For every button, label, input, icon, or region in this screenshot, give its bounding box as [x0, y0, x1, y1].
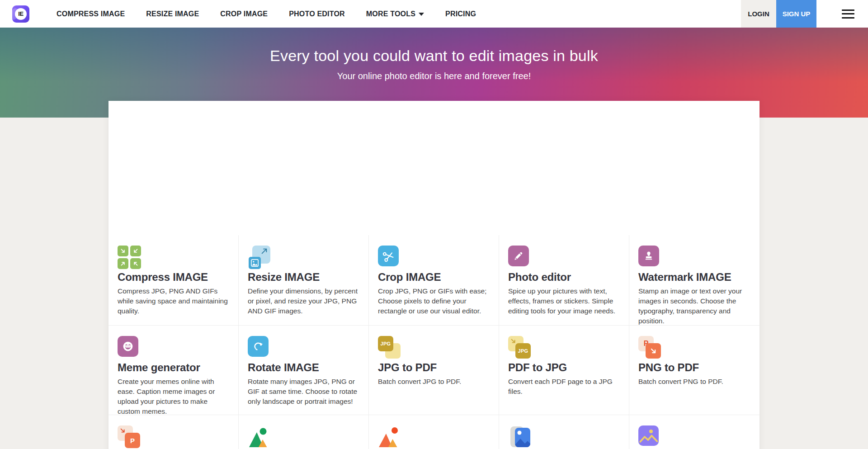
- jpg-to-pdf-icon: JPG: [378, 336, 401, 359]
- app-logo[interactable]: IE: [12, 5, 29, 23]
- nav-item-more-tools[interactable]: MORE TOOLS: [366, 10, 424, 18]
- tool-description: Rotate many images JPG, PNG or GIF at sa…: [248, 377, 359, 406]
- nav-item-crop-image[interactable]: CROP IMAGE: [220, 10, 268, 18]
- tool-description: Crop JPG, PNG or GIFs with ease; Choose …: [378, 286, 490, 316]
- tools-card: Compress IMAGE Compress JPG, PNG AND GIF…: [108, 101, 760, 449]
- resize-expand-icon: [248, 246, 271, 269]
- tool-title: Watermark IMAGE: [638, 271, 750, 284]
- tool-description: Create your memes online with ease. Capt…: [118, 377, 229, 416]
- nav-item-photo-editor[interactable]: PHOTO EDITOR: [289, 10, 345, 18]
- orange-mountains-image-icon: [378, 425, 401, 449]
- blue-photo-stack-icon: [508, 425, 532, 449]
- scissors-icon: [378, 246, 401, 269]
- tool-card-orange-mountains[interactable]: [369, 415, 499, 449]
- rotate-arrow-icon: [248, 336, 271, 359]
- tool-description: Spice up your pictures with text, effect…: [508, 286, 620, 316]
- tool-description: Batch convert JPG to PDF.: [378, 377, 490, 387]
- tool-description: Convert each PDF page to a JPG files.: [508, 377, 620, 397]
- png-to-pdf-icon: P: [638, 336, 662, 359]
- pencil-icon: [508, 246, 532, 269]
- card-empty-area: [108, 101, 760, 235]
- tool-title: Meme generator: [118, 361, 229, 374]
- main-nav: COMPRESS IMAGE RESIZE IMAGE CROP IMAGE P…: [57, 0, 476, 28]
- compress-arrows-icon: [118, 246, 141, 269]
- tool-card-jpg-to-pdf[interactable]: JPG JPG to PDF Batch convert JPG to PDF.: [369, 326, 499, 415]
- nav-item-resize-image[interactable]: RESIZE IMAGE: [146, 10, 199, 18]
- tool-card-photo-stack[interactable]: [499, 415, 629, 449]
- signup-button[interactable]: SIGN UP: [776, 0, 816, 28]
- tool-card-rotate-image[interactable]: Rotate IMAGE Rotate many images JPG, PNG…: [239, 326, 369, 415]
- tool-card-compress-image[interactable]: Compress IMAGE Compress JPG, PNG AND GIF…: [108, 235, 239, 326]
- tool-title: Resize IMAGE: [248, 271, 359, 284]
- nav-item-compress-image[interactable]: COMPRESS IMAGE: [57, 10, 125, 18]
- tool-card-green-mountains[interactable]: [239, 415, 369, 449]
- tool-card-resize-image[interactable]: Resize IMAGE Define your dimensions, by …: [239, 235, 369, 326]
- tool-card-violet-photo[interactable]: [629, 415, 760, 449]
- tool-card-png-to-pdf[interactable]: P PNG to PDF Batch convert PNG to PDF.: [629, 326, 760, 415]
- violet-photo-icon: [638, 425, 662, 449]
- login-button[interactable]: LOGIN: [741, 0, 776, 28]
- tool-title: PDF to JPG: [508, 361, 620, 374]
- tool-card-watermark-image[interactable]: Watermark IMAGE Stamp an image or text o…: [629, 235, 760, 326]
- pdf-to-jpg-icon: JPG: [508, 336, 532, 359]
- tool-card-meme-generator[interactable]: Meme generator Create your memes online …: [108, 326, 239, 415]
- hero-subtitle: Your online photo editor is here and for…: [0, 71, 868, 81]
- top-navbar: IE COMPRESS IMAGE RESIZE IMAGE CROP IMAG…: [0, 0, 868, 28]
- tool-title: Compress IMAGE: [118, 271, 229, 284]
- tool-description: Stamp an image or text over your images …: [638, 286, 750, 326]
- tool-title: Rotate IMAGE: [248, 361, 359, 374]
- tool-card-pdf-to-jpg[interactable]: JPG PDF to JPG Convert each PDF page to …: [499, 326, 629, 415]
- hero-title: Every tool you could want to edit images…: [0, 47, 868, 65]
- tool-card-crop-image[interactable]: Crop IMAGE Crop JPG, PNG or GIFs with ea…: [369, 235, 499, 326]
- logo-text: IE: [15, 8, 27, 20]
- nav-item-pricing[interactable]: PRICING: [445, 10, 476, 18]
- tool-title: PNG to PDF: [638, 361, 750, 374]
- tool-description: Define your dimensions, by percent or pi…: [248, 286, 359, 316]
- pdf-to-png-icon: P: [118, 425, 141, 449]
- tool-title: Crop IMAGE: [378, 271, 490, 284]
- laughing-face-icon: [118, 336, 141, 359]
- tool-card-photo-editor[interactable]: Photo editor Spice up your pictures with…: [499, 235, 629, 326]
- menu-icon[interactable]: [842, 9, 854, 19]
- tool-title: JPG to PDF: [378, 361, 490, 374]
- green-mountains-image-icon: [248, 425, 271, 449]
- tool-description: Batch convert PNG to PDF.: [638, 377, 750, 387]
- tool-description: Compress JPG, PNG AND GIFs while saving …: [118, 286, 229, 316]
- tool-card-pdf-to-png[interactable]: P: [108, 415, 239, 449]
- caret-down-icon: [419, 13, 424, 16]
- tool-title: Photo editor: [508, 271, 620, 284]
- tools-grid: Compress IMAGE Compress JPG, PNG AND GIF…: [108, 235, 760, 449]
- stamp-icon: [638, 246, 662, 269]
